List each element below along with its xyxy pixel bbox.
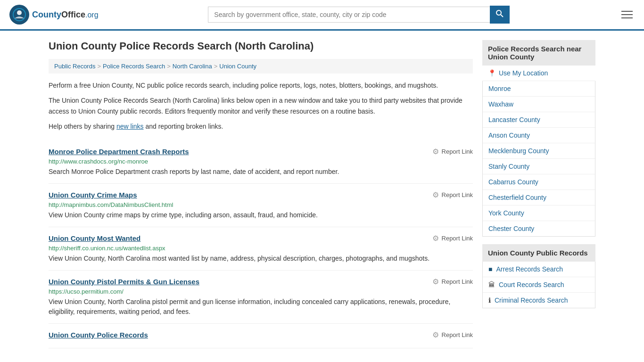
list-item: Chesterfield County	[483, 190, 595, 206]
record-item: Union County Pistol Permits & Gun Licens…	[49, 271, 473, 324]
list-item: Waxhaw	[483, 97, 595, 112]
sidebar-link-lancaster-county[interactable]: Lancaster County	[483, 112, 595, 127]
sidebar-nearby-title: Police Records Search near Union County	[482, 40, 595, 66]
sidebar-link-waxhaw[interactable]: Waxhaw	[483, 97, 595, 112]
court-records-icon: 🏛	[488, 281, 495, 288]
record-item-header: Union County Crime Maps ⚙ Report Link	[49, 190, 473, 199]
page-title: Union County Police Records Search (Nort…	[49, 40, 473, 52]
svg-point-2	[496, 10, 501, 15]
record-title-2[interactable]: Union County Crime Maps	[49, 191, 137, 199]
report-link-btn-3[interactable]: ⚙ Report Link	[432, 234, 473, 243]
new-links-link[interactable]: new links	[116, 123, 144, 130]
record-item: Union County Crime Maps ⚙ Report Link ht…	[49, 184, 473, 227]
criminal-records-icon: ℹ	[488, 296, 491, 304]
sidebar-link-court-records[interactable]: Court Records Search	[499, 281, 564, 288]
sidebar-link-monroe[interactable]: Monroe	[483, 81, 595, 96]
svg-line-3	[501, 15, 503, 17]
sidebar-link-stanly-county[interactable]: Stanly County	[483, 159, 595, 174]
report-link-icon-1: ⚙	[432, 147, 439, 156]
sidebar-nearby-list: Monroe Waxhaw Lancaster County Anson Cou…	[482, 81, 595, 237]
sidebar: Police Records Search near Union County …	[482, 40, 595, 348]
list-item: Monroe	[483, 81, 595, 97]
breadcrumb: Public Records > Police Records Search >…	[49, 59, 473, 74]
report-link-btn-2[interactable]: ⚙ Report Link	[432, 190, 473, 199]
record-title-1[interactable]: Monroe Police Department Crash Reports	[49, 148, 189, 156]
arrest-records-icon: ■	[488, 265, 492, 273]
record-url-3[interactable]: http://sheriff.co.union.nc.us/wantedlist…	[49, 245, 473, 252]
sidebar-link-cabarrus-county[interactable]: Cabarrus County	[483, 174, 595, 189]
sidebar-public-records-section: Union County Public Records ■ Arrest Rec…	[482, 244, 595, 308]
record-url-1[interactable]: http://www.crashdocs.org/nc-monroe	[49, 158, 473, 165]
record-title-5[interactable]: Union County Police Records	[49, 331, 148, 339]
list-item: Lancaster County	[483, 112, 595, 128]
sidebar-public-records-list: ■ Arrest Records Search 🏛 Court Records …	[482, 262, 595, 308]
list-item: Stanly County	[483, 159, 595, 174]
search-button[interactable]	[490, 6, 510, 24]
logo-text: CountyOffice.org	[32, 10, 99, 20]
report-link-btn-4[interactable]: ⚙ Report Link	[432, 277, 473, 286]
header: CountyOffice.org	[0, 0, 644, 31]
record-desc-1: Search Monroe Police Department crash re…	[49, 167, 473, 177]
logo-icon	[9, 5, 29, 25]
record-desc-4: View Union County, North Carolina pistol…	[49, 297, 473, 317]
sidebar-link-chesterfield-county[interactable]: Chesterfield County	[483, 190, 595, 205]
breadcrumb-public-records[interactable]: Public Records	[54, 63, 95, 70]
record-item: Union County Most Wanted ⚙ Report Link h…	[49, 227, 473, 271]
breadcrumb-police-records-search[interactable]: Police Records Search	[103, 63, 165, 70]
list-item: ℹ Criminal Records Search	[483, 293, 595, 308]
main-container: Union County Police Records Search (Nort…	[39, 31, 605, 358]
report-link-icon-3: ⚙	[432, 234, 439, 243]
record-title-4[interactable]: Union County Pistol Permits & Gun Licens…	[49, 278, 199, 286]
list-item: Mecklenburg County	[483, 143, 595, 159]
report-link-btn-5[interactable]: ⚙ Report Link	[432, 330, 473, 339]
sidebar-link-mecklenburg-county[interactable]: Mecklenburg County	[483, 143, 595, 158]
breadcrumb-union-county[interactable]: Union County	[219, 63, 256, 70]
logo-area: CountyOffice.org	[9, 5, 99, 25]
sidebar-link-criminal-records[interactable]: Criminal Records Search	[495, 296, 568, 304]
report-link-btn-1[interactable]: ⚙ Report Link	[432, 147, 473, 156]
record-item-header: Union County Pistol Permits & Gun Licens…	[49, 277, 473, 286]
record-item-header: Union County Most Wanted ⚙ Report Link	[49, 234, 473, 243]
records-list: Monroe Police Department Crash Reports ⚙…	[49, 140, 473, 348]
record-title-3[interactable]: Union County Most Wanted	[49, 234, 140, 242]
sidebar-link-chester-county[interactable]: Chester County	[483, 221, 595, 236]
intro-paragraph-2: The Union County Police Records Search (…	[49, 95, 473, 116]
location-pin-icon: 📍	[488, 69, 496, 77]
use-my-location-link[interactable]: Use My Location	[499, 69, 548, 77]
record-item: Monroe Police Department Crash Reports ⚙…	[49, 140, 473, 184]
list-item: 🏛 Court Records Search	[483, 277, 595, 293]
sidebar-link-anson-county[interactable]: Anson County	[483, 128, 595, 143]
breadcrumb-north-carolina[interactable]: North Carolina	[173, 63, 212, 70]
sidebar-use-my-location[interactable]: 📍 Use My Location	[482, 66, 595, 81]
menu-button[interactable]	[619, 9, 635, 20]
record-desc-3: View Union County, North Carolina most w…	[49, 254, 473, 263]
list-item: York County	[483, 206, 595, 221]
record-url-2[interactable]: http://mapnimbus.com/DataNimbusClient.ht…	[49, 201, 473, 208]
svg-point-1	[17, 10, 22, 15]
sidebar-link-arrest-records[interactable]: Arrest Records Search	[496, 265, 563, 273]
intro-paragraph-3: Help others by sharing new links and rep…	[49, 121, 473, 132]
content-area: Union County Police Records Search (Nort…	[49, 40, 473, 348]
report-link-icon-2: ⚙	[432, 190, 439, 199]
search-area	[208, 6, 510, 24]
report-link-icon-5: ⚙	[432, 330, 439, 339]
list-item: Cabarrus County	[483, 174, 595, 190]
record-url-4[interactable]: https://ucso.permitium.com/	[49, 288, 473, 295]
record-item: Union County Police Records ⚙ Report Lin…	[49, 324, 473, 348]
list-item: Anson County	[483, 128, 595, 143]
record-item-header: Union County Police Records ⚙ Report Lin…	[49, 330, 473, 339]
intro-paragraph-1: Perform a free Union County, NC public p…	[49, 80, 473, 90]
record-desc-2: View Union County crime maps by crime ty…	[49, 210, 473, 220]
sidebar-link-york-county[interactable]: York County	[483, 206, 595, 221]
list-item: Chester County	[483, 221, 595, 236]
list-item: ■ Arrest Records Search	[483, 262, 595, 277]
search-input[interactable]	[208, 7, 490, 23]
sidebar-public-records-title: Union County Public Records	[482, 244, 595, 262]
record-item-header: Monroe Police Department Crash Reports ⚙…	[49, 147, 473, 156]
sidebar-nearby-section: Police Records Search near Union County …	[482, 40, 595, 237]
report-link-icon-4: ⚙	[432, 277, 439, 286]
